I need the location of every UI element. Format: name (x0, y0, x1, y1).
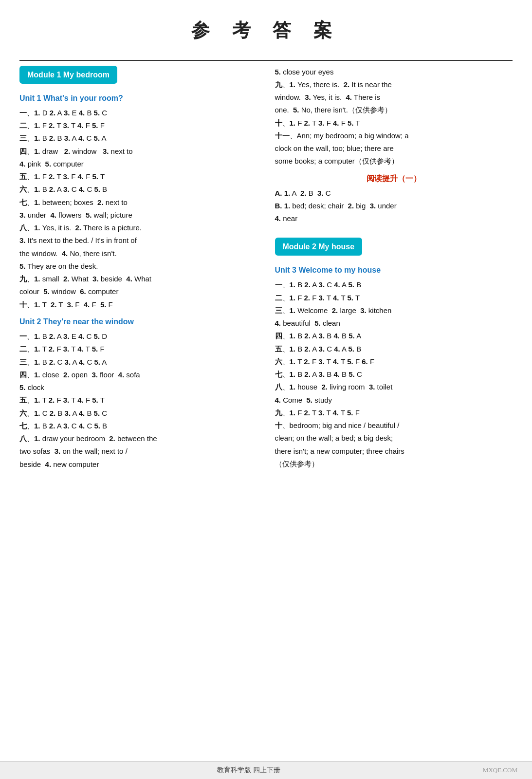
module2-header: Module 2 My house (275, 238, 513, 260)
footer-website: MXQE.COM (483, 765, 517, 776)
reading-section: A. 1. A 2. B 3. C B. 1. bed; desk; chair… (275, 187, 513, 225)
reading-header: 阅读提升（一） (275, 172, 513, 185)
right-column: 5. close your eyes 九、1. Yes, there is. 2… (266, 61, 513, 471)
unit1-sections: 一、1. D 2. A 3. E 4. B 5. C 二、1. F 2. T 3… (19, 107, 257, 273)
unit2-sections: 一、1. B 2. A 3. E 4. C 5. D 二、1. T 2. F 3… (19, 330, 257, 471)
unit1-header: Unit 1 What's in your room? (19, 92, 257, 105)
unit2-header: Unit 2 They're near the window (19, 315, 257, 328)
module1-header: Module 1 My bedroom (19, 66, 257, 88)
right-top-sections: 5. close your eyes 九、1. Yes, there is. 2… (275, 66, 513, 168)
unit3-header: Unit 3 Welcome to my house (275, 263, 513, 277)
footer-bar: 教育科学版 四上下册 MXQE.COM (0, 761, 532, 779)
left-column: Module 1 My bedroom Unit 1 What's in you… (19, 61, 266, 471)
page-title: 参 考 答 案 (19, 15, 513, 46)
unit1-sections2: 九、1. small 2. What 3. beside 4. What col… (19, 273, 257, 311)
unit3-sections: 一、1. B 2. A 3. C 4. A 5. B 二、1. F 2. F 3… (275, 278, 513, 470)
footer-publisher: 教育科学版 四上下册 (217, 764, 280, 776)
